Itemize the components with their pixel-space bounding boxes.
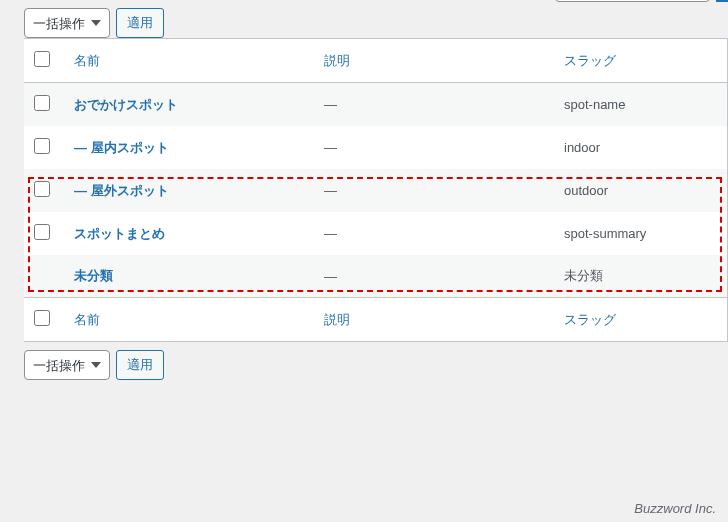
row-name-link[interactable]: — 屋内スポット: [74, 140, 169, 155]
row-description: —: [314, 212, 554, 255]
column-header-slug[interactable]: スラッグ: [564, 53, 616, 68]
row-slug: spot-summary: [554, 212, 728, 255]
row-slug: indoor: [554, 126, 728, 169]
row-name-link[interactable]: スポットまとめ: [74, 226, 165, 241]
row-description: —: [314, 255, 554, 298]
column-footer-slug[interactable]: スラッグ: [564, 312, 616, 327]
column-header-description[interactable]: 説明: [324, 53, 350, 68]
bulk-action-select-bottom[interactable]: 一括操作: [24, 350, 110, 380]
row-slug: outdoor: [554, 169, 728, 212]
select-all-bottom[interactable]: [34, 310, 50, 326]
select-all-top[interactable]: [34, 51, 50, 67]
row-description: —: [314, 169, 554, 212]
column-footer-name[interactable]: 名前: [74, 312, 100, 327]
row-slug: spot-name: [554, 83, 728, 127]
row-checkbox[interactable]: [34, 224, 50, 240]
table-row: おでかけスポット—spot-name: [24, 83, 728, 127]
table-row: — 屋内スポット—indoor: [24, 126, 728, 169]
column-footer-description[interactable]: 説明: [324, 312, 350, 327]
row-checkbox[interactable]: [34, 95, 50, 111]
apply-button-bottom[interactable]: 適用: [116, 350, 164, 380]
table-row: スポットまとめ—spot-summary: [24, 212, 728, 255]
categories-table: 名前 説明 スラッグ おでかけスポット—spot-name— 屋内スポット—in…: [24, 38, 728, 342]
apply-button-top[interactable]: 適用: [116, 8, 164, 38]
row-name-link[interactable]: 未分類: [74, 268, 113, 283]
row-description: —: [314, 126, 554, 169]
row-name-link[interactable]: — 屋外スポット: [74, 183, 169, 198]
row-slug: 未分類: [554, 255, 728, 298]
footer-credit: Buzzword Inc.: [634, 501, 716, 516]
row-description: —: [314, 83, 554, 127]
row-name-link[interactable]: おでかけスポット: [74, 97, 178, 112]
row-checkbox[interactable]: [34, 181, 50, 197]
column-header-name[interactable]: 名前: [74, 53, 100, 68]
table-row: 未分類—未分類: [24, 255, 728, 298]
bulk-action-select-top[interactable]: 一括操作: [24, 8, 110, 38]
row-checkbox[interactable]: [34, 138, 50, 154]
table-row: — 屋外スポット—outdoor: [24, 169, 728, 212]
